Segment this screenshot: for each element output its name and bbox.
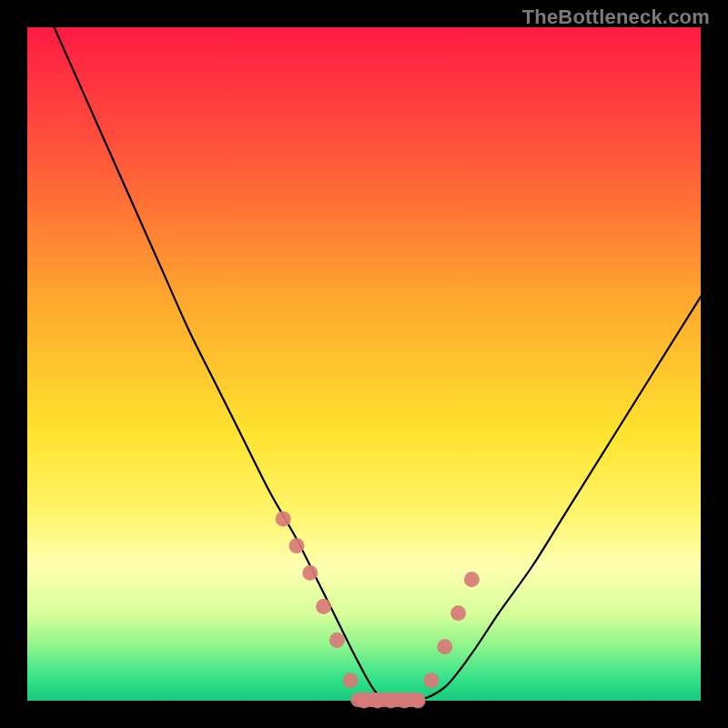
data-marker	[276, 511, 291, 527]
data-marker	[329, 632, 345, 648]
watermark-text: TheBottleneck.com	[522, 5, 710, 29]
data-marker	[450, 605, 466, 621]
data-marker	[424, 672, 440, 688]
data-marker	[302, 565, 318, 581]
data-marker	[316, 599, 331, 614]
data-marker	[464, 571, 480, 587]
plot-area	[27, 27, 701, 701]
data-marker	[343, 672, 359, 688]
data-marker-floor	[350, 693, 424, 707]
chart-svg	[0, 0, 728, 728]
bottleneck-chart: TheBottleneck.com	[0, 0, 728, 728]
data-marker	[289, 538, 305, 553]
data-marker	[437, 639, 452, 654]
